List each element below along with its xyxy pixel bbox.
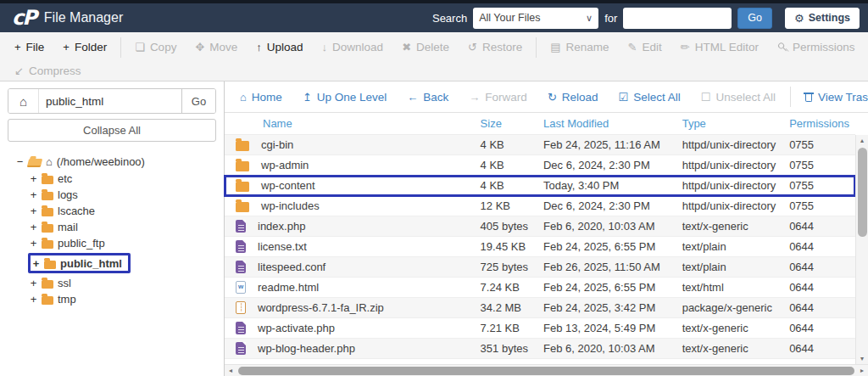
file-row-readme-html[interactable]: readme.html 7.24 KB Feb 24, 2025, 6:55 P… bbox=[225, 278, 855, 298]
html-edit-icon: ✏ bbox=[681, 42, 690, 53]
home-button[interactable]: ⌂ Home bbox=[230, 87, 292, 107]
file-name: cgi-bin bbox=[261, 138, 293, 151]
search-scope-select[interactable]: All Your Files ∨ bbox=[473, 8, 598, 29]
view-trash-button[interactable]: View Trash bbox=[790, 87, 868, 107]
expand-icon[interactable]: + bbox=[32, 257, 40, 270]
view-button: ◉ View bbox=[864, 37, 868, 58]
edit-icon: ✎ bbox=[628, 42, 637, 53]
action-toolbar-row-2: ↙ Compress bbox=[5, 60, 863, 81]
folder-icon bbox=[236, 202, 249, 212]
file-icon bbox=[236, 342, 246, 355]
chevron-down-icon: ∨ bbox=[586, 13, 593, 24]
public-ftp-button[interactable]: + public_ftp bbox=[30, 235, 105, 251]
folder-icon bbox=[42, 192, 53, 200]
tmp-button[interactable]: + tmp bbox=[30, 291, 76, 307]
header-search-area: Search All Your Files ∨ for Go ⚙ Setting… bbox=[432, 8, 860, 29]
file-name: license.txt bbox=[258, 240, 307, 253]
search-label: Search bbox=[432, 12, 467, 25]
file-button[interactable]: + File bbox=[5, 37, 53, 58]
file-size: 34.2 MB bbox=[477, 301, 540, 314]
tree-root-home[interactable]: − ⌂ (/home/weebinoo) bbox=[8, 153, 216, 170]
file-permissions: 0644 bbox=[786, 281, 855, 294]
select-all-button[interactable]: ☑ Select All bbox=[609, 87, 691, 107]
file-name: wp-includes bbox=[261, 199, 320, 212]
file-last-modified: Feb 24, 2025, 11:16 AM bbox=[540, 138, 679, 151]
collapse-icon[interactable]: − bbox=[16, 155, 24, 168]
search-go-button[interactable]: Go bbox=[737, 8, 772, 29]
path-go-button[interactable]: Go bbox=[181, 89, 215, 113]
expand-icon[interactable]: + bbox=[30, 221, 37, 233]
expand-icon[interactable]: + bbox=[30, 205, 37, 217]
horizontal-scrollbar[interactable]: ◂ ▸ bbox=[225, 364, 868, 376]
expand-icon[interactable]: + bbox=[30, 237, 37, 250]
logs-button[interactable]: + logs bbox=[30, 187, 78, 203]
file-size: 7.21 KB bbox=[477, 322, 540, 334]
ssl-button[interactable]: + ssl bbox=[30, 275, 71, 291]
scroll-up-arrow[interactable]: ▴ bbox=[856, 135, 868, 146]
up-one-level-button[interactable]: ↥ Up One Level bbox=[292, 87, 397, 107]
home-icon: ⌂ bbox=[240, 92, 247, 103]
file-row-wp-includes[interactable]: wp-includes 12 KB Dec 6, 2024, 2:30 PM h… bbox=[225, 196, 855, 216]
file-row-litespeed-conf[interactable]: litespeed.conf 725 bytes Feb 26, 2025, 1… bbox=[225, 257, 855, 278]
file-row-wp-activate-php[interactable]: wp-activate.php 7.21 KB Feb 13, 2024, 5:… bbox=[225, 318, 855, 339]
vertical-scrollbar[interactable]: ▴ ▾ bbox=[855, 135, 868, 364]
column-header-permissions[interactable]: Permissions bbox=[786, 117, 855, 130]
column-header-type[interactable]: Type bbox=[679, 117, 786, 130]
public-html-button[interactable]: + public_html bbox=[28, 253, 131, 273]
file-last-modified: Feb 24, 2025, 6:55 PM bbox=[540, 240, 679, 253]
vertical-scroll-thumb[interactable] bbox=[858, 148, 867, 237]
arrow-left-icon: ← bbox=[407, 92, 418, 103]
scroll-down-arrow[interactable]: ▾ bbox=[856, 353, 868, 364]
file-name: litespeed.conf bbox=[258, 261, 326, 273]
key-icon bbox=[775, 40, 789, 54]
collapse-all-button[interactable]: Collapse All bbox=[8, 119, 216, 142]
file-last-modified: Feb 13, 2024, 5:49 PM bbox=[540, 322, 679, 334]
lscache-button[interactable]: + lscache bbox=[30, 203, 95, 219]
file-name: readme.html bbox=[258, 281, 319, 294]
column-header-name[interactable]: Name bbox=[225, 117, 477, 130]
reload-button[interactable]: ↻ Reload bbox=[537, 87, 609, 107]
file-row-index-php[interactable]: index.php 405 bytes Feb 6, 2020, 10:03 A… bbox=[225, 216, 855, 237]
file-permissions: 0644 bbox=[786, 240, 855, 253]
download-icon: ↓ bbox=[322, 42, 328, 53]
folder-icon bbox=[42, 240, 53, 249]
file-row-cgi-bin[interactable]: cgi-bin 4 KB Feb 24, 2025, 11:16 AM http… bbox=[225, 135, 855, 155]
file-permissions: 0644 bbox=[786, 342, 855, 355]
file-row-wp-content[interactable]: wp-content 4 KB Today, 3:40 PM httpd/uni… bbox=[225, 176, 855, 196]
file-row-wordpress-6-7-1-fa-ir-zip[interactable]: wordpress-6.7.1-fa_IR.zip 34.2 MB Feb 24… bbox=[225, 298, 855, 318]
restore-icon: ↺ bbox=[468, 42, 477, 53]
file-last-modified: Feb 26, 2025, 11:50 AM bbox=[540, 261, 679, 273]
expand-icon[interactable]: + bbox=[30, 293, 37, 306]
file-last-modified: Feb 24, 2025, 3:42 PM bbox=[540, 301, 679, 314]
home-button[interactable]: ⌂ bbox=[8, 89, 39, 113]
file-row-license-txt[interactable]: license.txt 19.45 KB Feb 24, 2025, 6:55 … bbox=[225, 237, 855, 257]
directory-tree: − ⌂ (/home/weebinoo) + etc + bbox=[8, 153, 216, 307]
mail-button[interactable]: + mail bbox=[30, 219, 78, 235]
edit-button: ✎ Edit bbox=[619, 37, 671, 58]
expand-icon[interactable]: + bbox=[30, 172, 37, 185]
settings-button[interactable]: ⚙ Settings bbox=[785, 8, 860, 29]
horizontal-scroll-thumb[interactable] bbox=[238, 367, 854, 375]
path-input[interactable] bbox=[39, 89, 181, 113]
copy-button: ❏ Copy bbox=[125, 37, 186, 58]
search-input[interactable] bbox=[623, 8, 732, 29]
upload-button[interactable]: ↑ Upload bbox=[247, 37, 312, 58]
expand-icon[interactable]: + bbox=[30, 277, 37, 289]
file-size: 405 bytes bbox=[477, 220, 540, 233]
file-size: 4 KB bbox=[477, 179, 540, 192]
file-type: text/x-generic bbox=[679, 342, 786, 355]
file-list-area: Name Size Last Modified Type Permissions… bbox=[225, 113, 868, 376]
expand-icon[interactable]: + bbox=[30, 188, 37, 201]
scroll-right-arrow[interactable]: ▸ bbox=[856, 367, 868, 374]
download-button: ↓ Download bbox=[313, 37, 393, 58]
search-scope-value: All Your Files bbox=[479, 12, 586, 24]
tree-item-label: logs bbox=[58, 188, 78, 201]
back-button[interactable]: ← Back bbox=[397, 87, 459, 107]
folder-button[interactable]: + Folder bbox=[53, 37, 121, 58]
scroll-left-arrow[interactable]: ◂ bbox=[225, 367, 236, 374]
file-row-wp-blog-header-php[interactable]: wp-blog-header.php 351 bytes Feb 6, 2020… bbox=[225, 339, 855, 359]
column-header-size[interactable]: Size bbox=[477, 117, 540, 130]
etc-button[interactable]: + etc bbox=[30, 171, 72, 187]
file-row-wp-admin[interactable]: wp-admin 4 KB Dec 6, 2024, 2:30 PM httpd… bbox=[225, 155, 855, 176]
column-header-last-modified[interactable]: Last Modified bbox=[540, 117, 679, 130]
